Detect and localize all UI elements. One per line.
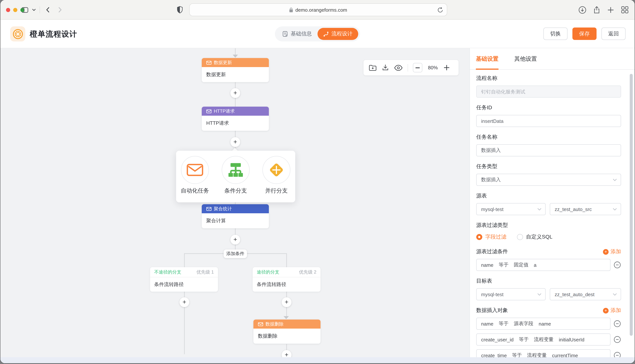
auto-task-circle[interactable]	[181, 156, 209, 184]
tree-branch-icon	[227, 162, 244, 178]
node-title: HTTP请求	[214, 108, 235, 114]
radio-icon	[517, 234, 523, 240]
remove-row-icon[interactable]	[613, 261, 621, 269]
zoom-in-button[interactable]	[443, 64, 450, 71]
page-title: 橙单流程设计	[30, 29, 77, 39]
add-node-button[interactable]: +	[282, 297, 291, 307]
zoom-level: 80%	[428, 65, 438, 70]
task-name-label: 任务名称	[476, 134, 621, 140]
settings-panel: 基础设置 其他设置 流程名称 任务ID 任务名称 任务类型	[469, 48, 634, 363]
tab-other-settings[interactable]: 其他设置	[514, 48, 537, 70]
preview-eye-icon[interactable]	[394, 64, 403, 71]
envelope-icon	[206, 109, 212, 113]
branch-priority: 优先级 2	[299, 269, 316, 275]
task-name-field[interactable]	[476, 144, 621, 156]
task-type-label: 任务类型	[476, 163, 621, 170]
task-type-select[interactable]: 数据插入	[476, 174, 621, 186]
insert-objects-label: 数据插入对象	[476, 307, 508, 314]
forward-icon[interactable]	[58, 7, 62, 13]
branch-card-not-passed[interactable]: 不途径的分支 优先级 1 条件流转路径	[150, 267, 218, 292]
node-title: 聚合统计	[214, 206, 232, 212]
add-folder-icon[interactable]	[369, 64, 377, 71]
tab-flow-design[interactable]: 流程设计	[318, 28, 358, 40]
menu-item-auto-task[interactable]: 自动化任务	[179, 156, 211, 202]
save-button[interactable]: 保存	[572, 28, 596, 40]
tab-basic-info-label: 基础信息	[291, 30, 312, 37]
dest-datasource-select[interactable]: mysql-test	[476, 288, 546, 300]
source-datasource-select[interactable]: mysql-test	[476, 203, 546, 215]
insert-object-row[interactable]: name 等于 源表字段 name	[476, 318, 610, 330]
remove-row-icon[interactable]	[613, 320, 621, 328]
insert-object-row[interactable]: create_user_id 等于 流程变量 initialUserId	[476, 334, 610, 346]
header-actions: 切换 保存 返回	[543, 28, 625, 40]
back-icon[interactable]	[46, 7, 50, 13]
add-filter-condition-button[interactable]: + 添加	[603, 248, 621, 255]
privacy-shield-icon[interactable]	[177, 6, 183, 14]
add-node-button[interactable]: +	[230, 137, 240, 147]
chevron-down-icon	[537, 208, 541, 210]
branch-card-passed[interactable]: 途径的分支 优先级 2 条件流转路径	[253, 267, 321, 292]
node-http-request[interactable]: HTTP请求 HTTP请求	[202, 107, 269, 131]
share-icon[interactable]	[593, 6, 600, 14]
zoom-out-button[interactable]	[413, 63, 422, 72]
close-window-button[interactable]	[6, 8, 10, 12]
url-text: demo.orangeforms.com	[295, 7, 347, 12]
chevron-down-icon	[613, 293, 617, 296]
parallel-branch-circle[interactable]	[262, 156, 290, 184]
add-insert-object-button[interactable]: + 添加	[603, 307, 621, 314]
tab-basic-settings[interactable]: 基础设置	[476, 48, 498, 70]
minimize-window-button[interactable]	[13, 8, 17, 12]
plus-circle-icon: +	[603, 249, 608, 254]
source-table-label: 源表	[476, 192, 621, 199]
remove-row-icon[interactable]	[613, 336, 621, 343]
reload-icon[interactable]	[437, 7, 443, 13]
flow-canvas[interactable]: 数据更新 数据更新 HTTP请求 HTTP请求 聚合统计 聚合计算	[1, 48, 469, 363]
toolbar-divider	[408, 64, 408, 72]
condition-branch-circle[interactable]	[222, 156, 250, 184]
panel-tabs: 基础设置 其他设置	[470, 48, 634, 70]
sidebar-icon[interactable]	[22, 7, 28, 12]
tab-overview-icon[interactable]	[621, 6, 628, 14]
process-name-field[interactable]	[476, 86, 621, 98]
task-id-field[interactable]	[476, 115, 621, 127]
radio-icon	[476, 234, 482, 240]
add-node-button[interactable]: +	[180, 297, 189, 307]
address-bar[interactable]: demo.orangeforms.com	[189, 4, 447, 16]
sidebar-chevron-icon[interactable]	[32, 9, 36, 11]
envelope-icon	[206, 60, 212, 64]
branch-title: 途径的分支	[257, 269, 279, 275]
switch-button[interactable]: 切换	[543, 28, 567, 40]
browser-window: demo.orangeforms.com	[1, 0, 634, 363]
downloads-icon[interactable]	[578, 6, 586, 14]
brand: 橙单流程设计	[10, 26, 77, 42]
connector-line	[235, 48, 236, 55]
branch-label: 条件流转路径	[253, 277, 321, 292]
dest-table-select[interactable]: zz_test_auto_dest	[550, 288, 621, 300]
node-title: 数据删除	[265, 321, 284, 327]
flow-icon	[323, 31, 329, 37]
new-tab-icon[interactable]	[607, 6, 614, 14]
add-node-button[interactable]: +	[230, 88, 240, 98]
chevron-down-icon	[613, 208, 617, 210]
tab-basic-info[interactable]: 基础信息	[277, 28, 318, 40]
add-condition-button[interactable]: 添加条件	[224, 250, 247, 258]
menu-item-parallel-branch[interactable]: 并行分支	[260, 156, 293, 202]
export-download-icon[interactable]	[382, 64, 389, 71]
radio-custom-sql[interactable]: 自定义SQL	[517, 234, 552, 240]
envelope-icon	[206, 207, 212, 211]
radio-field-filter[interactable]: 字段过滤	[476, 234, 506, 240]
node-aggregate[interactable]: 聚合统计 聚合计算	[202, 204, 269, 228]
diamond-plus-icon	[268, 161, 285, 178]
menu-item-condition-branch[interactable]: 条件分支	[219, 156, 252, 202]
filter-condition-row[interactable]: name 等于 固定值 a	[476, 259, 610, 271]
add-node-button[interactable]: +	[230, 235, 240, 244]
back-button[interactable]: 返回	[601, 28, 625, 40]
browser-chrome: demo.orangeforms.com	[1, 0, 634, 20]
node-data-update[interactable]: 数据更新 数据更新	[202, 58, 269, 82]
node-data-delete[interactable]: 数据删除 数据删除	[253, 320, 321, 344]
node-label: 数据更新	[202, 67, 269, 82]
source-table-select[interactable]: zz_test_auto_src	[550, 203, 621, 215]
filter-type-label: 源表过滤类型	[476, 222, 621, 229]
chrome-divider	[40, 6, 40, 13]
panel-scrollbar[interactable]	[630, 74, 633, 336]
